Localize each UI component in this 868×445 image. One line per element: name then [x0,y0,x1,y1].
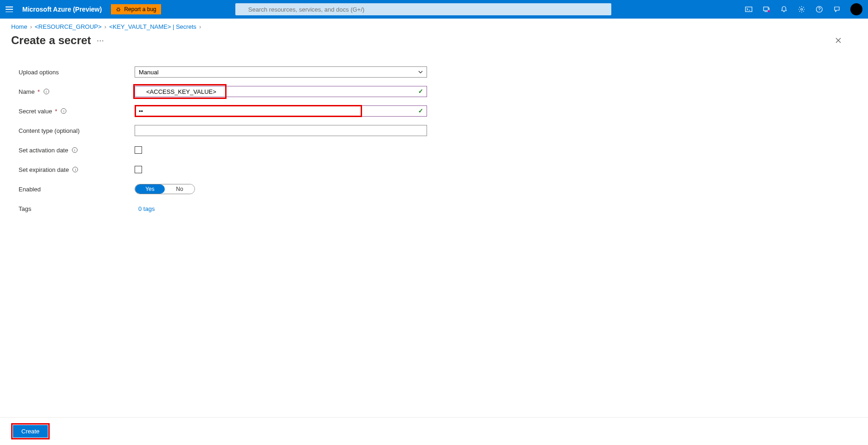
info-icon[interactable]: i [44,89,49,94]
create-secret-form: Upload options Name* i ✓ Secret value* i… [0,53,446,232]
feedback-icon[interactable] [828,0,846,19]
upload-options-select[interactable] [135,66,427,78]
notifications-icon[interactable] [775,0,793,19]
chevron-right-icon: › [104,23,106,30]
help-icon[interactable] [810,0,828,19]
name-input[interactable] [135,86,427,97]
activation-date-row: Set activation date i [19,143,427,157]
required-indicator: * [55,108,57,115]
activation-date-label: Set activation date i [19,147,135,154]
content-type-label: Content type (optional) [19,127,135,134]
settings-icon[interactable] [793,0,810,19]
svg-point-4 [768,10,770,12]
info-icon[interactable]: i [72,167,78,172]
content-type-input[interactable] [135,125,427,136]
svg-point-5 [801,8,803,10]
name-row: Name* i ✓ [19,84,427,99]
name-label: Name* i [19,88,135,95]
hamburger-menu[interactable] [0,0,19,19]
expiration-date-label: Set expiration date i [19,166,135,173]
close-button[interactable] [831,33,846,48]
enabled-no-option[interactable]: No [165,184,194,194]
search-container [235,3,611,15]
cloud-shell-icon[interactable] [740,0,758,19]
more-actions-button[interactable]: ⋯ [97,36,105,45]
top-header: Microsoft Azure (Preview) Report a bug [0,0,868,19]
report-bug-button[interactable]: Report a bug [111,4,161,14]
tags-link[interactable]: 0 tags [135,205,155,212]
chevron-right-icon: › [30,23,32,30]
upload-options-row: Upload options [19,65,427,79]
info-icon[interactable]: i [72,147,78,153]
enabled-toggle[interactable]: Yes No [135,184,195,194]
report-bug-label: Report a bug [124,6,156,13]
check-icon: ✓ [418,107,423,114]
chevron-right-icon: › [199,23,201,30]
search-input[interactable] [235,3,611,15]
tags-row: Tags 0 tags [19,201,427,216]
svg-point-0 [117,8,120,11]
chevron-down-icon [418,69,423,75]
header-icons [740,0,868,19]
title-row: Create a secret ⋯ [0,32,868,53]
tags-label: Tags [19,205,135,212]
svg-rect-2 [745,7,752,12]
hamburger-icon [6,7,13,12]
breadcrumb-home[interactable]: Home [11,23,27,30]
directories-icon[interactable] [758,0,775,19]
user-avatar[interactable] [850,3,862,15]
expiration-date-checkbox[interactable] [135,166,142,173]
enabled-row: Enabled Yes No [19,182,427,196]
expiration-date-row: Set expiration date i [19,162,427,177]
activation-date-checkbox[interactable] [135,146,142,154]
page-title: Create a secret [11,34,91,47]
content-type-row: Content type (optional) [19,123,427,138]
bug-icon [116,7,121,12]
svg-rect-3 [764,7,768,11]
breadcrumb: Home › <RESOURCE_GROUP> › <KEY_VAULT_NAM… [0,19,868,32]
info-icon[interactable]: i [61,108,66,114]
breadcrumb-resource-group[interactable]: <RESOURCE_GROUP> [35,23,102,30]
check-icon: ✓ [418,88,423,95]
secret-value-label: Secret value* i [19,108,135,115]
breadcrumb-keyvault-secrets[interactable]: <KEY_VAULT_NAME> | Secrets [109,23,196,30]
secret-value-input[interactable] [135,105,427,117]
brand-label[interactable]: Microsoft Azure (Preview) [22,6,102,13]
required-indicator: * [38,88,40,95]
upload-options-label: Upload options [19,69,135,76]
enabled-label: Enabled [19,186,135,193]
secret-value-row: Secret value* i ✓ [19,104,427,118]
enabled-yes-option[interactable]: Yes [135,184,165,194]
